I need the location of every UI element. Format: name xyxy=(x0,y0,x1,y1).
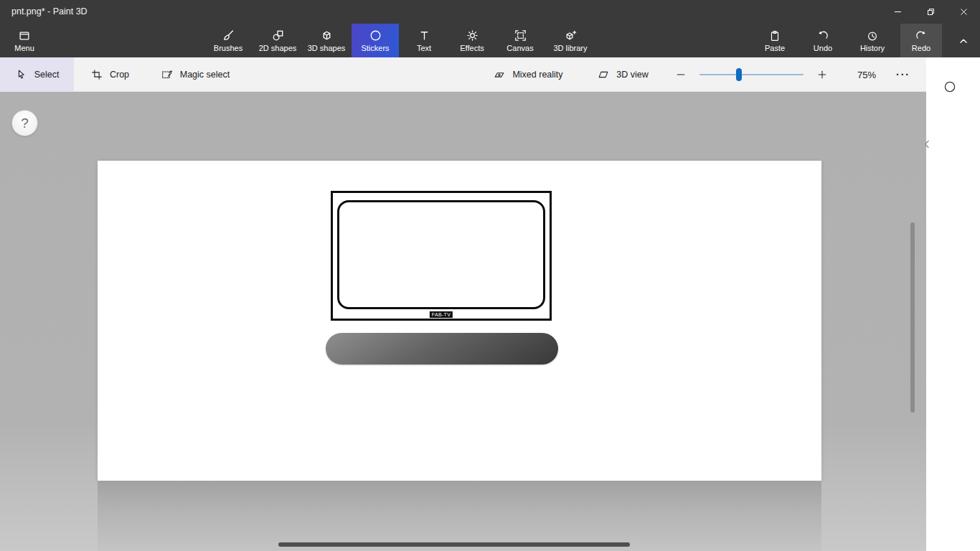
toolbar-tab-label: 3D shapes xyxy=(308,44,346,52)
mixed-reality-button[interactable]: Mixed reality xyxy=(479,57,577,92)
toolbar-tab-effects[interactable]: Effects xyxy=(448,24,496,57)
zoom-slider[interactable] xyxy=(699,57,804,92)
main-toolbar: Menu Brushes 2D shapes 3D shapes Sticker… xyxy=(0,24,980,57)
help-button[interactable]: ? xyxy=(11,110,38,136)
history-icon xyxy=(866,29,879,42)
text-icon xyxy=(418,29,431,42)
3d-library-icon xyxy=(564,29,578,42)
sticker-panel-icon[interactable] xyxy=(943,80,957,94)
menu-button[interactable]: Menu xyxy=(7,24,42,57)
zoom-slider-thumb[interactable] xyxy=(736,68,742,81)
mixed-reality-icon xyxy=(493,68,506,81)
select-label: Select xyxy=(34,70,60,80)
close-button[interactable] xyxy=(947,0,980,24)
crop-icon xyxy=(90,68,103,81)
toolbar-tab-label: Brushes xyxy=(214,44,242,52)
redo-button[interactable]: Redo xyxy=(900,24,942,57)
toolbar-tab-brushes[interactable]: Brushes xyxy=(204,24,252,57)
2d-shapes-icon xyxy=(271,29,285,42)
menu-label: Menu xyxy=(14,44,34,52)
brush-icon xyxy=(222,29,235,42)
undo-button[interactable]: Undo xyxy=(802,24,844,57)
restore-icon xyxy=(927,8,935,16)
stickers-side-panel xyxy=(926,57,980,551)
tool-options-ribbon: Select Crop Magic select Mixed reality 3… xyxy=(0,57,980,92)
zoom-in-button[interactable] xyxy=(811,57,834,92)
paste-icon xyxy=(768,29,781,42)
menu-icon xyxy=(18,29,31,42)
select-tool-button[interactable]: Select xyxy=(0,57,74,92)
toolbar-tab-3d-library[interactable]: 3D library xyxy=(545,24,596,57)
window-title: pnt.png* - Paint 3D xyxy=(11,0,88,24)
action-label: Paste xyxy=(765,44,785,52)
zoom-out-button[interactable] xyxy=(669,57,692,92)
gray-pill-shape xyxy=(326,333,558,364)
3d-view-button[interactable]: 3D view xyxy=(583,57,663,92)
undo-icon xyxy=(816,29,829,42)
restore-button[interactable] xyxy=(914,0,947,24)
toolbar-tab-text[interactable]: Text xyxy=(400,24,448,57)
more-options-button[interactable]: ··· xyxy=(890,57,917,92)
magic-select-label: Magic select xyxy=(180,70,230,80)
help-question-glyph: ? xyxy=(21,116,29,131)
toolbar-tab-label: Effects xyxy=(460,44,484,52)
3d-shapes-icon xyxy=(320,29,334,42)
crop-label: Crop xyxy=(110,70,129,80)
chevron-up-icon xyxy=(957,34,970,47)
toolbar-tab-label: 2D shapes xyxy=(259,44,297,52)
toolbar-tab-label: Stickers xyxy=(361,44,389,52)
zoom-slider-track[interactable] xyxy=(699,74,804,75)
minimize-button[interactable] xyxy=(881,0,914,24)
3d-view-icon xyxy=(597,68,610,81)
redo-icon xyxy=(915,29,928,42)
effects-icon xyxy=(466,29,479,42)
tv-brand-badge: FAB-TV xyxy=(430,311,453,318)
action-label: Redo xyxy=(912,44,930,52)
panel-expand-button[interactable] xyxy=(920,137,933,151)
drawing-canvas[interactable]: FAB-TV xyxy=(98,161,821,481)
toolbar-tab-3d-shapes[interactable]: 3D shapes xyxy=(303,24,350,57)
magic-select-button[interactable]: Magic select xyxy=(148,57,242,92)
canvas-icon xyxy=(514,29,527,42)
collapse-ribbon-button[interactable] xyxy=(947,24,980,57)
chevron-left-icon xyxy=(923,139,931,149)
minimize-icon xyxy=(894,8,902,16)
minus-icon xyxy=(675,69,687,80)
action-label: Undo xyxy=(814,44,832,52)
tv-screen-outline xyxy=(337,200,545,309)
stickers-icon xyxy=(369,29,382,42)
magic-select-icon xyxy=(161,68,174,81)
window-controls xyxy=(881,0,980,24)
mixed-reality-label: Mixed reality xyxy=(512,70,562,80)
3d-view-label: 3D view xyxy=(616,70,648,80)
titlebar: pnt.png* - Paint 3D xyxy=(0,0,980,24)
workspace: ? FAB-TV xyxy=(0,92,926,551)
toolbar-tab-stickers[interactable]: Stickers xyxy=(352,24,399,57)
paste-button[interactable]: Paste xyxy=(754,24,796,57)
plus-icon xyxy=(816,69,828,80)
close-icon xyxy=(960,8,968,16)
horizontal-scrollbar[interactable] xyxy=(278,542,630,547)
tv-sticker-outline: FAB-TV xyxy=(331,191,552,321)
toolbar-tab-label: Text xyxy=(417,44,431,52)
canvas-reflection xyxy=(98,481,821,551)
toolbar-tab-2d-shapes[interactable]: 2D shapes xyxy=(254,24,301,57)
action-label: History xyxy=(860,44,885,52)
toolbar-tab-canvas[interactable]: Canvas xyxy=(497,24,543,57)
toolbar-tab-label: Canvas xyxy=(507,44,533,52)
ellipsis-icon: ··· xyxy=(896,69,910,80)
cursor-icon xyxy=(15,68,28,81)
crop-tool-button[interactable]: Crop xyxy=(79,57,141,92)
history-button[interactable]: History xyxy=(852,24,893,57)
vertical-scrollbar[interactable] xyxy=(910,222,915,413)
toolbar-tab-label: 3D library xyxy=(553,44,587,52)
zoom-percentage[interactable]: 75% xyxy=(847,57,887,92)
